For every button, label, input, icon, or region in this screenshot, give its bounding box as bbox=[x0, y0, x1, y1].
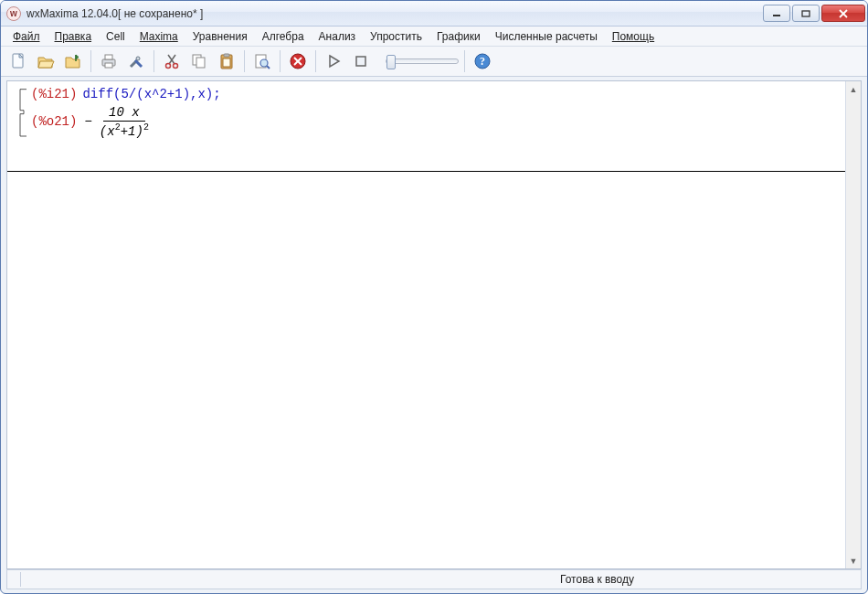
output-label: (%o21) bbox=[31, 114, 77, 129]
output-row: (%o21) − 10 x (x2+1)2 bbox=[31, 105, 842, 139]
app-window: w wxMaxima 12.04.0[ не сохранено* ] Файл… bbox=[0, 0, 868, 594]
cut-button[interactable] bbox=[160, 49, 184, 73]
menu-file[interactable]: Файл bbox=[6, 28, 47, 45]
scroll-up-icon[interactable]: ▲ bbox=[846, 81, 861, 97]
slider-thumb[interactable] bbox=[386, 55, 396, 69]
copy-button[interactable] bbox=[187, 49, 211, 73]
svg-point-11 bbox=[136, 57, 140, 60]
maximize-button[interactable] bbox=[792, 5, 820, 22]
menubar: Файл Правка Cell Maxima Уравнения Алгебр… bbox=[1, 27, 867, 47]
copy-icon bbox=[190, 52, 208, 70]
run-button[interactable] bbox=[322, 49, 345, 73]
cell[interactable]: (%i21) diff(5/(x^2+1),x); (%o21) − 10 x … bbox=[15, 87, 842, 139]
abort-button[interactable] bbox=[349, 49, 373, 73]
svg-line-10 bbox=[135, 60, 142, 67]
zoom-slider[interactable] bbox=[386, 58, 459, 64]
svg-point-15 bbox=[174, 64, 178, 69]
run-icon bbox=[324, 52, 343, 70]
prefs-button[interactable] bbox=[124, 49, 148, 73]
status-text: Готова к вводу bbox=[560, 573, 853, 586]
save-icon bbox=[64, 52, 82, 70]
find-button[interactable] bbox=[250, 49, 274, 73]
svg-line-13 bbox=[169, 55, 175, 64]
app-icon: w bbox=[6, 6, 21, 21]
menu-numeric[interactable]: Численные расчеты bbox=[489, 28, 604, 45]
svg-line-23 bbox=[267, 66, 270, 69]
numerator: 10 x bbox=[103, 105, 145, 122]
minimize-button[interactable] bbox=[763, 5, 790, 22]
fraction: 10 x (x2+1)2 bbox=[94, 105, 154, 139]
svg-rect-8 bbox=[105, 63, 112, 68]
svg-line-12 bbox=[168, 55, 175, 64]
titlebar[interactable]: w wxMaxima 12.04.0[ не сохранено* ] bbox=[1, 1, 867, 27]
cut-icon bbox=[163, 52, 181, 70]
toolbar-separator bbox=[153, 50, 154, 72]
cell-bracket-icon[interactable] bbox=[18, 89, 28, 137]
svg-rect-7 bbox=[105, 55, 112, 59]
new-file-button[interactable] bbox=[6, 49, 30, 73]
scroll-down-icon[interactable]: ▼ bbox=[846, 553, 861, 568]
statusbar: Готова к вводу bbox=[6, 569, 862, 589]
paste-icon bbox=[217, 52, 236, 70]
input-code[interactable]: diff(5/(x^2+1),x); bbox=[82, 87, 220, 101]
toolbar-separator bbox=[315, 50, 316, 72]
new-file-icon bbox=[9, 52, 27, 70]
save-button[interactable] bbox=[61, 49, 85, 73]
open-icon bbox=[37, 52, 55, 70]
scrollbar-track[interactable] bbox=[846, 97, 861, 553]
print-button[interactable] bbox=[97, 49, 121, 73]
svg-rect-19 bbox=[224, 54, 229, 57]
menu-algebra[interactable]: Алгебра bbox=[256, 28, 311, 45]
stop-button[interactable] bbox=[286, 49, 310, 73]
toolbar-separator bbox=[90, 50, 91, 72]
svg-rect-1 bbox=[802, 11, 810, 16]
toolbar-separator bbox=[464, 50, 465, 72]
minus-sign: − bbox=[84, 114, 91, 129]
svg-rect-20 bbox=[223, 58, 230, 67]
menu-edit[interactable]: Правка bbox=[48, 28, 99, 45]
toolbar: ? bbox=[1, 47, 867, 77]
svg-text:?: ? bbox=[480, 55, 485, 68]
input-label: (%i21) bbox=[31, 87, 77, 101]
print-icon bbox=[100, 52, 118, 70]
menu-maxima[interactable]: Maxima bbox=[133, 28, 185, 45]
abort-icon bbox=[352, 52, 370, 70]
worksheet[interactable]: (%i21) diff(5/(x^2+1),x); (%o21) − 10 x … bbox=[7, 81, 845, 568]
cell-divider bbox=[7, 171, 845, 172]
help-button[interactable]: ? bbox=[471, 49, 494, 73]
find-icon bbox=[253, 52, 271, 70]
menu-help[interactable]: Помощь bbox=[606, 28, 661, 45]
output-expression: − 10 x (x2+1)2 bbox=[84, 105, 153, 139]
vertical-scrollbar[interactable]: ▲ ▼ bbox=[845, 81, 861, 568]
prefs-icon bbox=[127, 52, 145, 70]
open-button[interactable] bbox=[34, 49, 58, 73]
window-title: wxMaxima 12.04.0[ не сохранено* ] bbox=[26, 7, 203, 20]
paste-button[interactable] bbox=[215, 49, 238, 73]
menu-analysis[interactable]: Анализ bbox=[312, 28, 363, 45]
help-icon: ? bbox=[473, 52, 492, 70]
toolbar-separator bbox=[244, 50, 245, 72]
menu-simplify[interactable]: Упростить bbox=[364, 28, 429, 45]
menu-cell[interactable]: Cell bbox=[100, 28, 132, 45]
svg-rect-27 bbox=[356, 57, 365, 66]
svg-point-22 bbox=[260, 59, 268, 67]
svg-point-14 bbox=[166, 64, 171, 69]
svg-rect-17 bbox=[196, 58, 205, 68]
toolbar-separator bbox=[280, 50, 281, 72]
denominator: (x2+1)2 bbox=[94, 122, 154, 139]
close-button[interactable] bbox=[821, 5, 865, 22]
stop-icon bbox=[289, 52, 307, 70]
input-row[interactable]: (%i21) diff(5/(x^2+1),x); bbox=[31, 87, 842, 101]
menu-equations[interactable]: Уравнения bbox=[186, 28, 254, 45]
menu-graphics[interactable]: Графики bbox=[430, 28, 487, 45]
worksheet-area: (%i21) diff(5/(x^2+1),x); (%o21) − 10 x … bbox=[6, 80, 862, 569]
